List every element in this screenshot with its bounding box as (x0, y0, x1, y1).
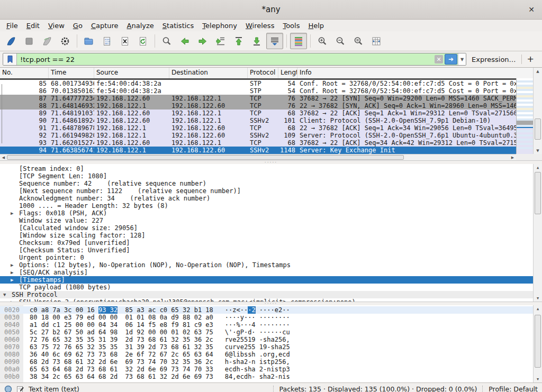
filter-dropdown-caret[interactable]: ▼ (458, 53, 466, 65)
detail-row[interactable]: 1000 .... = Header Length: 32 bytes (8) (0, 202, 533, 209)
start-capture-button[interactable] (3, 33, 20, 49)
menu-item-file[interactable]: File (2, 21, 22, 31)
packet-row-93[interactable]: 9371.662015274192.168.122.60192.168.122.… (0, 139, 516, 147)
filter-bookmark-button[interactable] (3, 53, 17, 65)
column-header-destination[interactable]: Destination (169, 68, 248, 78)
scroll-left-icon[interactable]: ◀ (0, 154, 7, 160)
expand-icon[interactable]: ▶ (11, 269, 13, 276)
zoom-100-button[interactable] (350, 33, 367, 49)
scroll-up-icon[interactable]: ▲ (534, 305, 542, 312)
menu-item-tools[interactable]: Tools (278, 21, 304, 31)
packet-row-94[interactable]: 9471.663856741192.168.122.1192.168.122.6… (0, 147, 516, 154)
detail-row[interactable]: ▼SSH Protocol (0, 291, 533, 298)
detail-row[interactable]: Sequence number: 42 (relative sequence n… (0, 180, 533, 187)
colorize-list-button[interactable] (290, 33, 307, 49)
go-last-button[interactable] (248, 33, 265, 49)
close-file-button[interactable] (116, 33, 133, 49)
hex-row-0040[interactable]: 0040a1 dd c1 25 00 00 04 34 06 14 f5 e8 … (0, 321, 533, 329)
scroll-down-icon[interactable]: ▼ (534, 147, 542, 154)
capture-comment-icon[interactable] (16, 385, 24, 392)
scroll-down-icon[interactable]: ▼ (534, 295, 542, 302)
hex-row-0050[interactable]: 00505c 27 b2 67 50 ad 64 98 1d 92 00 00 … (0, 329, 533, 336)
detail-row[interactable]: [Stream index: 0] (0, 165, 533, 172)
detail-row[interactable]: ▶Flags: 0x018 (PSH, ACK) (0, 209, 533, 217)
hex-row-00a0[interactable]: 00a065 63 64 68 2d 73 68 61 32 2d 6e 69 … (0, 366, 533, 373)
detail-row[interactable]: [Calculated window size: 29056] (0, 224, 533, 232)
hex-row-0070[interactable]: 007063 75 72 76 65 32 35 35 31 39 2d 73 … (0, 343, 533, 351)
pane-splitter[interactable]: ····· (0, 302, 542, 305)
detail-row[interactable]: TCP payload (1080 bytes) (0, 284, 533, 291)
expand-icon[interactable]: ▶ (11, 261, 13, 269)
detail-row[interactable]: Checksum: 0x79ed [unverified] (0, 239, 533, 247)
packet-row-85[interactable]: 8568.001734936fe:54:00:d4:38:2aSTP54Conf… (0, 80, 516, 87)
detail-row[interactable]: ▶Options: (12 bytes), No-Operation (NOP)… (0, 261, 533, 269)
expression-button[interactable]: Expression… (466, 56, 521, 63)
zoom-out-button[interactable] (332, 33, 349, 49)
packet-row-86[interactable]: 8670.013850163fe:54:00:d4:38:2aSTP54Conf… (0, 87, 516, 95)
menu-item-edit[interactable]: Edit (22, 21, 44, 31)
profile-text[interactable]: Profile: Default (489, 385, 538, 392)
column-header-length[interactable]: Length (278, 68, 297, 78)
scroll-up-icon[interactable]: ▲ (534, 68, 542, 75)
packet-list-vscrollbar[interactable]: ▲ ▼ (533, 68, 542, 154)
scroll-down-icon[interactable]: ▼ (534, 376, 542, 382)
menu-item-help[interactable]: Help (304, 21, 328, 31)
auto-scroll-button[interactable] (266, 33, 283, 49)
stop-capture-button[interactable] (21, 33, 38, 49)
expert-info-icon[interactable] (4, 385, 12, 392)
menu-item-telephony[interactable]: Telephony (198, 21, 241, 31)
go-back-button[interactable] (176, 33, 193, 49)
detail-row[interactable]: ▶[Timestamps] (0, 276, 533, 284)
scrollbar-thumb[interactable] (535, 315, 541, 368)
scrollbar-thumb[interactable] (7, 155, 404, 160)
capture-options-button[interactable] (57, 33, 74, 49)
hex-row-0020[interactable]: 0020c0 a8 7a 3c 00 16 93 32 85 a3 ac c0 … (0, 306, 533, 314)
find-packet-button[interactable] (158, 33, 175, 49)
go-first-button[interactable] (230, 33, 247, 49)
scrollbar-thumb[interactable] (535, 172, 541, 214)
expand-icon[interactable]: ▶ (11, 276, 13, 284)
go-to-packet-button[interactable] (212, 33, 229, 49)
packet-row-92[interactable]: 9271.661949820192.168.122.1192.168.122.6… (0, 132, 516, 139)
detail-row[interactable]: Window size value: 227 (0, 217, 533, 224)
menu-item-wireless[interactable]: Wireless (241, 21, 278, 31)
column-header-info[interactable]: Info (297, 68, 542, 78)
column-header-time[interactable]: Time (49, 68, 94, 78)
packet-row-89[interactable]: 8971.648191037192.168.122.60192.168.122.… (0, 110, 516, 117)
title-bar[interactable]: *any ✕ (0, 0, 542, 20)
detail-row[interactable]: [Checksum Status: Unverified] (0, 247, 533, 254)
packet-row-87[interactable]: 8771.647777234192.168.122.60192.168.122.… (0, 95, 516, 102)
restart-capture-button[interactable] (39, 33, 56, 49)
scrollbar-thumb[interactable] (535, 118, 541, 140)
open-file-button[interactable] (80, 33, 97, 49)
scroll-right-icon[interactable]: ▶ (509, 154, 516, 160)
column-header-source[interactable]: Source (94, 68, 169, 78)
bytes-vscrollbar[interactable]: ▲ ▼ (533, 305, 542, 382)
detail-row[interactable]: ▶SSH Version 2 (encryption:chacha20-poly… (0, 298, 533, 302)
column-header-protocol[interactable]: Protocol (248, 68, 278, 78)
packet-list-hscrollbar[interactable]: ◀ ▶ (0, 154, 516, 160)
menu-item-analyze[interactable]: Analyze (123, 21, 158, 31)
display-filter-input[interactable] (17, 56, 435, 63)
detail-row[interactable]: [Window size scaling factor: 128] (0, 232, 533, 239)
reload-file-button[interactable] (134, 33, 151, 49)
packet-row-90[interactable]: 9071.648618924192.168.122.60192.168.122.… (0, 117, 516, 124)
detail-row[interactable]: Urgent pointer: 0 (0, 254, 533, 261)
hex-row-0080[interactable]: 008036 40 6c 69 62 73 73 68 2e 6f 72 67 … (0, 351, 533, 358)
zoom-in-button[interactable] (314, 33, 331, 49)
packet-row-88[interactable]: 8871.648146932192.168.122.1192.168.122.6… (0, 102, 516, 110)
scroll-up-icon[interactable]: ▲ (534, 164, 542, 171)
menu-item-go[interactable]: Go (69, 21, 87, 31)
details-vscrollbar[interactable]: ▲ ▼ (533, 164, 542, 302)
hex-row-0060[interactable]: 006072 76 65 32 35 35 31 39 2d 73 68 61 … (0, 336, 533, 343)
column-header-no[interactable]: No. (0, 68, 49, 78)
filter-apply-button[interactable]: ➜ (445, 54, 457, 65)
packet-row-91[interactable]: 9171.648789678192.168.122.1192.168.122.6… (0, 124, 516, 132)
detail-row[interactable]: [Next sequence number: 1122 (relative se… (0, 187, 533, 195)
intelligent-scrollbar-minimap[interactable] (516, 78, 533, 154)
go-forward-button[interactable] (194, 33, 211, 49)
expand-icon[interactable]: ▶ (11, 298, 13, 302)
save-file-button[interactable]: 010111100011 (98, 33, 115, 49)
pane-splitter[interactable]: ····· (0, 160, 542, 164)
filter-clear-button[interactable]: ✕ (435, 55, 443, 63)
